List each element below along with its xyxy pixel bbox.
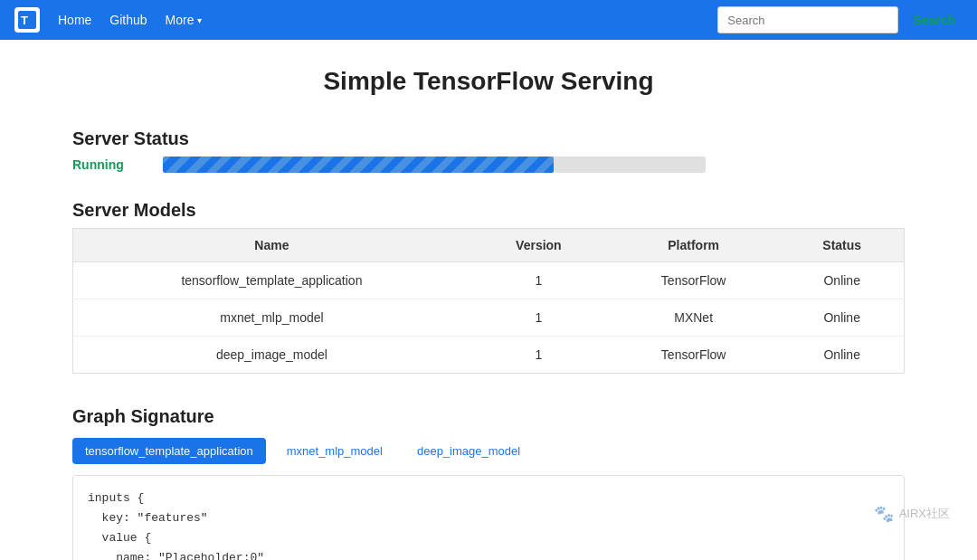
cell-platform: TensorFlow [607,337,780,374]
graph-tab-button[interactable]: deep_image_model [403,438,534,464]
models-table: Name Version Platform Status tensorflow_… [72,228,905,374]
graph-signature-section: Graph Signature tensorflow_template_appl… [72,406,905,560]
server-models-section: Server Models Name Version Platform Stat… [72,200,905,374]
col-header-name: Name [73,229,470,262]
cell-status: Online [780,299,904,337]
table-row: mxnet_mlp_model1MXNetOnline [73,299,905,337]
server-models-title: Server Models [72,200,905,221]
table-row: deep_image_model1TensorFlowOnline [73,337,905,374]
table-header-row: Name Version Platform Status [73,229,905,262]
navbar-search-area: Search [717,6,963,33]
cell-version: 1 [470,337,607,374]
search-button[interactable]: Search [906,9,963,31]
nav-link-home[interactable]: Home [51,9,99,31]
cell-name: mxnet_mlp_model [73,299,470,337]
server-status-title: Server Status [72,128,905,149]
cell-version: 1 [470,299,607,337]
server-status-section: Server Status Running [72,128,905,173]
table-row: tensorflow_template_application1TensorFl… [73,262,905,299]
status-running-label: Running [72,157,145,172]
graph-tab-button[interactable]: tensorflow_template_application [72,438,266,464]
main-content: Simple TensorFlow Serving Server Status … [54,40,923,560]
nav-link-more[interactable]: More ▾ [158,9,209,31]
col-header-platform: Platform [607,229,780,262]
page-title: Simple TensorFlow Serving [72,67,905,96]
nav-link-github[interactable]: Github [102,9,154,31]
col-header-version: Version [470,229,607,262]
graph-tabs: tensorflow_template_applicationmxnet_mlp… [72,438,905,464]
graph-signature-title: Graph Signature [72,406,905,427]
search-input[interactable] [717,6,898,33]
progress-bar-fill [163,157,554,173]
cell-platform: TensorFlow [607,262,780,299]
cell-status: Online [780,337,904,374]
navbar: T Home Github More ▾ Search [0,0,977,40]
cell-platform: MXNet [607,299,780,337]
chevron-down-icon: ▾ [197,15,202,25]
navbar-logo: T [14,7,40,33]
cell-status: Online [780,262,904,299]
graph-tab-button[interactable]: mxnet_mlp_model [273,438,396,464]
code-block: inputs { key: "features" value { name: "… [72,475,905,560]
status-row: Running [72,157,905,173]
progress-bar-container [163,157,706,173]
col-header-status: Status [780,229,904,262]
cell-name: deep_image_model [73,337,470,374]
cell-name: tensorflow_template_application [73,262,470,299]
navbar-links: Home Github More ▾ [51,9,717,31]
cell-version: 1 [470,262,607,299]
svg-text:T: T [21,14,28,27]
nav-more-label: More [166,13,194,27]
